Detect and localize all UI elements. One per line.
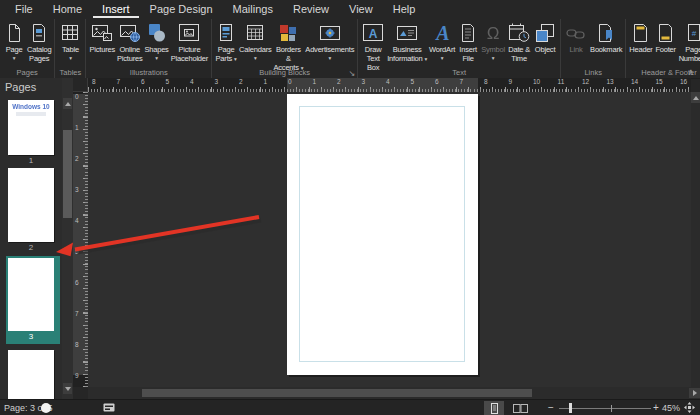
horizontal-scrollbar-thumb[interactable] <box>142 389 532 397</box>
borders-accents-icon <box>276 20 300 45</box>
document-canvas[interactable] <box>88 92 691 387</box>
menu-file[interactable]: File <box>6 1 42 18</box>
shapes-button-label: Shapes <box>144 45 168 62</box>
online-pictures-icon <box>118 20 142 45</box>
pictures-button[interactable]: Pictures <box>88 20 116 54</box>
scroll-up-icon[interactable] <box>691 92 700 103</box>
svg-text:Ω: Ω <box>487 24 500 43</box>
business-information-button[interactable]: Business Information <box>386 20 428 63</box>
collapse-ribbon-icon[interactable]: ∧ <box>687 67 694 77</box>
page-button-label: Page <box>6 45 23 62</box>
page-thumbnail-3-selected[interactable]: 3 <box>6 256 60 344</box>
date-time-button-label: Date & Time <box>507 45 531 63</box>
publication-page[interactable] <box>287 94 478 375</box>
page-number-button[interactable]: # Page Number <box>678 20 700 63</box>
footer-button[interactable]: Footer <box>654 20 678 54</box>
ribbon: Page Catalog Pages Pages Table Tables <box>0 19 700 79</box>
catalog-pages-button-label: Catalog Pages <box>27 45 51 63</box>
bookmark-icon <box>595 20 617 45</box>
symbol-button[interactable]: Ω Symbol <box>480 20 506 62</box>
link-button[interactable]: Link <box>563 20 589 54</box>
page1-preview-title: Windows 10 <box>8 103 54 110</box>
page-thumbnail-2[interactable] <box>8 168 54 242</box>
online-pictures-button[interactable]: Online Pictures <box>116 20 143 63</box>
pages-scrollbar-thumb[interactable] <box>63 130 72 218</box>
zoom-slider-thumb[interactable] <box>569 403 572 413</box>
table-icon <box>58 20 82 45</box>
wordart-button[interactable]: A WordArt <box>428 20 456 62</box>
catalog-pages-button[interactable]: Catalog Pages <box>26 20 52 63</box>
zoom-out-button[interactable]: − <box>548 402 554 413</box>
ribbon-group-tables: Table Tables <box>55 19 86 78</box>
menu-review[interactable]: Review <box>284 1 338 18</box>
group-label-text: Text <box>358 68 560 77</box>
menu-help[interactable]: Help <box>384 1 425 18</box>
insert-file-button[interactable]: Insert File <box>456 20 480 63</box>
calendars-icon <box>243 20 267 45</box>
group-label-illustrations: Illustrations <box>86 68 211 77</box>
group-label-links: Links <box>561 68 625 77</box>
catalog-pages-icon <box>28 20 50 45</box>
wordart-button-label: WordArt <box>429 45 455 62</box>
object-button[interactable]: Object <box>532 20 558 54</box>
scroll-right-icon[interactable] <box>689 388 700 398</box>
calendars-button-label: Calendars <box>239 45 271 62</box>
pictures-button-label: Pictures <box>89 45 115 54</box>
svg-text:A: A <box>434 22 449 44</box>
object-icon <box>533 20 557 45</box>
zoom-slider[interactable] <box>559 408 651 409</box>
borders-accents-button[interactable]: Borders & Accents <box>273 20 305 72</box>
date-time-button[interactable]: Date & Time <box>506 20 532 63</box>
shapes-icon <box>145 20 169 45</box>
status-proofing-icon[interactable] <box>103 403 115 415</box>
insert-file-button-label: Insert File <box>457 45 479 63</box>
page-parts-button-label: Page Parts <box>215 45 237 63</box>
advertisements-button[interactable]: Advertisements <box>304 20 355 62</box>
scroll-down-icon[interactable] <box>63 383 72 394</box>
menu-view[interactable]: View <box>340 1 382 18</box>
zoom-slider-center-tick <box>611 405 612 412</box>
draw-text-box-button[interactable]: A Draw Text Box <box>360 20 386 72</box>
vertical-scrollbar[interactable] <box>691 92 700 387</box>
horizontal-scrollbar[interactable] <box>88 387 700 399</box>
fit-page-icon[interactable] <box>684 402 695 415</box>
page-thumbnail-2-number: 2 <box>8 243 54 252</box>
menu-mailings[interactable]: Mailings <box>224 1 282 18</box>
menu-insert[interactable]: Insert <box>93 1 139 18</box>
margin-guides <box>299 106 465 362</box>
bookmark-button[interactable]: Bookmark <box>589 20 623 54</box>
status-bar: Page: 3 of 5 − + 45% <box>0 399 700 415</box>
page1-preview-smudge <box>16 112 46 116</box>
ribbon-group-text: A Draw Text Box Business Information A W… <box>358 19 561 78</box>
page-thumbnail-1[interactable]: Windows 10 <box>8 100 54 155</box>
horizontal-ruler[interactable]: 87654321012345678910111213141516 <box>88 78 691 92</box>
picture-placeholder-button[interactable]: Picture Placeholder <box>170 20 209 63</box>
zoom-level[interactable]: 45% <box>662 403 680 413</box>
online-pictures-button-label: Online Pictures <box>117 45 142 63</box>
page-button[interactable]: Page <box>2 20 26 62</box>
vertical-ruler[interactable]: 0123456789 <box>73 92 88 387</box>
shapes-button[interactable]: Shapes <box>143 20 169 62</box>
building-blocks-dialog-launcher-icon[interactable]: ↘ <box>349 69 356 78</box>
ribbon-group-links: Link Bookmark Links <box>561 19 626 78</box>
scroll-up-icon[interactable] <box>63 98 72 109</box>
business-information-icon <box>395 20 419 45</box>
menu-page-design[interactable]: Page Design <box>141 1 222 18</box>
page-thumbnail-4[interactable] <box>8 350 54 399</box>
menu-home[interactable]: Home <box>44 1 91 18</box>
ribbon-group-pages: Page Catalog Pages Pages <box>0 19 55 78</box>
picture-placeholder-icon <box>177 20 201 45</box>
header-button[interactable]: Header <box>628 20 653 54</box>
two-page-spread-view-button[interactable] <box>509 401 531 415</box>
vertical-ruler-page-highlight <box>73 94 88 375</box>
calendars-button[interactable]: Calendars <box>238 20 272 62</box>
symbol-icon: Ω <box>481 20 505 45</box>
ribbon-group-illustrations: Pictures Online Pictures Shapes Picture … <box>86 19 212 78</box>
business-information-button-label: Business Information <box>387 45 427 63</box>
page-parts-button[interactable]: Page Parts <box>214 20 238 63</box>
zoom-in-button[interactable]: + <box>653 402 659 413</box>
single-page-view-button[interactable] <box>484 401 504 415</box>
ribbon-group-building-blocks: Page Parts Calendars Borders & Accents A… <box>212 19 358 78</box>
pages-panel-scrollbar[interactable] <box>62 78 73 399</box>
table-button[interactable]: Table <box>57 20 83 62</box>
